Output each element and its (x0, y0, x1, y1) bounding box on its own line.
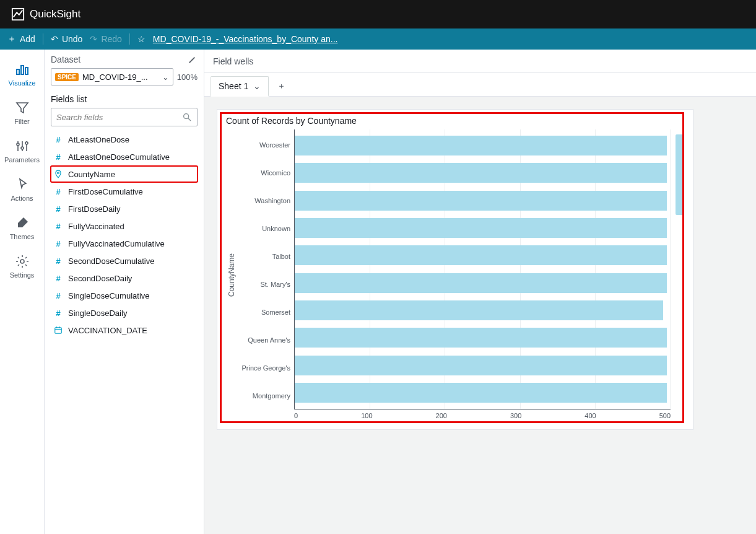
bar[interactable] (295, 136, 667, 155)
bar[interactable] (295, 383, 667, 403)
x-tick-label: 200 (436, 412, 447, 421)
bar[interactable] (295, 273, 667, 293)
field-item[interactable]: #FirstDoseCumulative (51, 183, 198, 199)
redo-label: Redo (101, 34, 121, 44)
nav-themes[interactable]: Themes (0, 209, 44, 245)
field-item[interactable]: #AtLeastOneDoseCumulative (51, 149, 198, 165)
x-tick-label: 300 (510, 412, 521, 421)
field-item[interactable]: #SecondDoseCumulative (51, 253, 198, 269)
redo-icon: ↷ (90, 34, 97, 44)
separator (129, 33, 130, 45)
x-axis: 0100200300400500 (294, 409, 671, 421)
pointer-icon (15, 177, 30, 192)
bar[interactable] (295, 191, 667, 211)
plot-area: 0100200300400500 (294, 129, 671, 421)
chart-wrap: CountyName WorcesterWicomicoWashingtonUn… (226, 129, 684, 421)
main-layout: Visualize Filter Parameters Actions Them… (0, 50, 756, 534)
field-item[interactable]: #SecondDoseDaily (51, 270, 198, 286)
bar[interactable] (295, 328, 667, 348)
separator (43, 33, 43, 45)
field-item[interactable]: #FullyVaccinated (51, 218, 198, 234)
field-label: CountyName (68, 170, 115, 179)
x-tick-label: 100 (361, 412, 372, 421)
search-fields-input-wrap[interactable] (51, 108, 198, 126)
number-icon: # (53, 256, 63, 266)
left-nav: Visualize Filter Parameters Actions Them… (0, 50, 45, 534)
nav-label: Settings (10, 271, 35, 279)
visual-card[interactable]: Count of Records by Countyname CountyNam… (217, 109, 693, 430)
nav-label: Actions (11, 195, 33, 202)
nav-parameters[interactable]: Parameters (0, 133, 44, 169)
bar[interactable] (295, 163, 667, 183)
field-item[interactable]: #SingleDoseCumulative (51, 287, 198, 304)
field-wells-bar[interactable]: Field wells (204, 50, 756, 73)
add-button[interactable]: ＋ Add (7, 33, 35, 45)
undo-icon: ↶ (51, 34, 58, 44)
bar[interactable] (295, 245, 667, 265)
nav-actions[interactable]: Actions (0, 171, 44, 207)
number-icon: # (53, 222, 63, 231)
nav-visualize[interactable]: Visualize (0, 56, 44, 92)
app-header: QuickSight (0, 0, 756, 28)
field-label: FullyVaccinatedCumulative (68, 239, 165, 248)
favorite-button[interactable]: ☆ (137, 34, 146, 44)
sheet-tabs: Sheet 1 ⌄ ＋ (204, 73, 756, 97)
calendar-icon (53, 326, 63, 335)
fields-list: #AtLeastOneDose#AtLeastOneDoseCumulative… (51, 131, 198, 338)
redo-button[interactable]: ↷ Redo (90, 34, 121, 44)
nav-label: Themes (10, 233, 35, 240)
svg-point-11 (184, 114, 189, 119)
add-sheet-button[interactable]: ＋ (272, 76, 290, 96)
svg-rect-14 (55, 328, 62, 333)
location-pin-icon (53, 170, 63, 178)
number-icon: # (53, 291, 63, 300)
canvas-area: Field wells Sheet 1 ⌄ ＋ Count of Records… (204, 50, 756, 534)
nav-settings[interactable]: Settings (0, 248, 44, 284)
y-category-label: Talbot (237, 253, 290, 260)
funnel-icon (15, 100, 30, 115)
edit-dataset-button[interactable] (188, 55, 198, 64)
bar[interactable] (295, 300, 663, 320)
sliders-icon (15, 139, 30, 154)
bar[interactable] (295, 356, 667, 375)
scroll-thumb[interactable] (676, 134, 683, 215)
y-category-label: Washington (237, 197, 290, 204)
fields-panel: Dataset SPICE MD_COVID-19_... ⌄ 100% Fie… (45, 50, 204, 534)
add-label: Add (20, 34, 35, 44)
field-item[interactable]: #FullyVaccinatedCumulative (51, 235, 198, 252)
bar[interactable] (295, 218, 667, 238)
sheet-tab-1[interactable]: Sheet 1 ⌄ (211, 76, 269, 97)
analysis-title-link[interactable]: MD_COVID-19_-_Vaccinations_by_County an.… (153, 34, 338, 44)
field-item[interactable]: VACCINATION_DATE (51, 322, 198, 338)
x-tick-label: 400 (584, 412, 596, 421)
field-label: SecondDoseCumulative (68, 256, 154, 266)
visual-area: Count of Records by Countyname CountyNam… (204, 97, 756, 534)
undo-button[interactable]: ↶ Undo (51, 34, 82, 44)
y-category-label: Worcester (237, 141, 290, 149)
star-icon: ☆ (137, 34, 146, 44)
import-percent: 100% (177, 72, 198, 82)
chart-scroll[interactable] (676, 129, 684, 421)
svg-point-5 (17, 143, 19, 146)
nav-filter[interactable]: Filter (0, 94, 44, 130)
bars-area (294, 129, 671, 409)
number-icon: # (53, 239, 63, 248)
product-logo[interactable]: QuickSight (11, 7, 80, 21)
x-tick-label: 500 (659, 412, 671, 421)
gear-icon (15, 254, 30, 269)
field-item[interactable]: #SingleDoseDaily (51, 305, 198, 321)
svg-point-10 (20, 260, 24, 263)
y-category-label: St. Mary's (237, 281, 290, 288)
field-item[interactable]: CountyName (51, 166, 198, 182)
undo-label: Undo (62, 34, 82, 44)
field-label: SingleDoseDaily (68, 309, 127, 318)
field-item[interactable]: #FirstDoseDaily (51, 201, 198, 217)
bar-chart-icon (15, 62, 30, 77)
svg-point-7 (21, 147, 24, 149)
field-label: FullyVaccinated (68, 222, 124, 231)
dataset-name: MD_COVID-19_... (82, 72, 159, 82)
search-fields-input[interactable] (56, 113, 177, 122)
dataset-select[interactable]: SPICE MD_COVID-19_... ⌄ (51, 68, 173, 85)
y-category-label: Wicomico (237, 169, 290, 177)
field-item[interactable]: #AtLeastOneDose (51, 131, 198, 147)
